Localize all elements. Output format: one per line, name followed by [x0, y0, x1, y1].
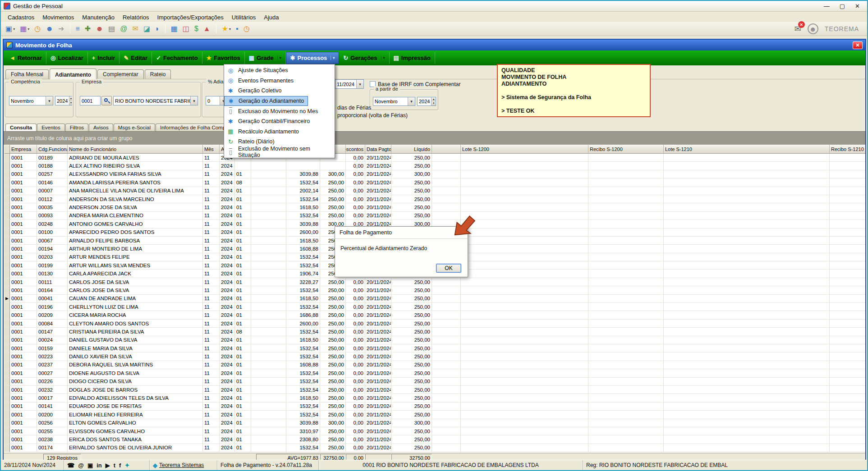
printer-icon[interactable]: ▤ [106, 23, 117, 34]
favorites-star-icon[interactable]: ★▾ [220, 23, 233, 34]
subtab-msgs-e-social[interactable]: Msgs e-Social [114, 123, 155, 131]
menu-item-exclusao-do-movimento-no-mes[interactable]: ▯Exclusao do Movimento no Mes [224, 106, 335, 116]
subtab-consulta[interactable]: Consulta [5, 123, 37, 131]
grid-row[interactable]: 000100188ALEX ALTINO RIBEIRO SILVA112024… [5, 162, 865, 170]
menu-importacoes-exportacoes[interactable]: Importações/Exportações [153, 13, 227, 22]
minimize-button[interactable]: — [824, 3, 830, 9]
linkedin-icon[interactable]: in [96, 462, 102, 468]
column-header-recibo-s-1200[interactable]: Recibo S-1200 [588, 145, 664, 154]
empresa-name-select[interactable]: RIO BONITO NORDESTE FABRICACAO DE EMB [113, 96, 198, 105]
maximize-button[interactable]: ▢ [840, 3, 845, 9]
menu-item-geracao-do-adiantamento[interactable]: ✱Geração do Adiantamento [224, 96, 308, 106]
grid-row[interactable]: 000100237DEBORA RAQUEL SILVA MARTINS1120… [5, 361, 865, 369]
grid-row[interactable]: 000100027DIOENE AUGUSTO DA SILVA11202401… [5, 369, 865, 377]
chat-icon[interactable]: ◗ [153, 23, 161, 34]
signal-icon[interactable]: ✦ [124, 462, 129, 468]
grid-row[interactable]: 000100209CICERA MARIA ROCHA112024011686,… [5, 311, 865, 319]
grid-row[interactable]: 000100146AMANDA LARISSA PEREIRA SANTOS11… [5, 178, 865, 187]
instagram-icon[interactable]: ▣ [87, 462, 93, 468]
system-menu-icon[interactable]: ▣▾ [4, 23, 17, 34]
grid-row[interactable]: 000100196CHERLLYTON LUIZ DE LIMA11202401… [5, 303, 865, 311]
column-header-empresa[interactable]: Empresa [10, 145, 37, 154]
exit-icon[interactable]: ➜ [56, 23, 66, 34]
image-icon[interactable]: ◪ [142, 23, 152, 34]
youtube-icon[interactable]: ▶ [106, 462, 110, 468]
tab-rateio[interactable]: Rateio [145, 69, 171, 79]
ok-button[interactable]: OK [436, 264, 461, 273]
grid-row[interactable]: 000100189ADRIANO DE MOURA ALVES1120240,0… [5, 154, 865, 162]
a-partir-month-select[interactable]: Novembro [373, 97, 415, 106]
facebook-icon[interactable]: f [119, 462, 121, 468]
tab-folha-mensal[interactable]: Folha Mensal [5, 69, 49, 79]
grid-row[interactable]: 000100112ANDERSON DA SILVA MARCELINO1120… [5, 195, 865, 203]
toolbar-button-incluir[interactable]: +Incluir [88, 52, 120, 64]
grid-row[interactable]: 000100093ANDREA MARIA CLEMENTINO11202401… [5, 212, 865, 220]
grid-row[interactable]: 000100111CARLOS JOSE DA SILVA11202401322… [5, 278, 865, 286]
calendar-icon[interactable]: ◫ [181, 23, 191, 34]
menu-item-ajuste-de-situacoes[interactable]: ◎Ajuste de Situações [224, 65, 335, 76]
user-avatar-icon[interactable]: ☻ [808, 23, 818, 34]
grid-row[interactable]: 000100257ALEXSSANDRO VIEIRA FARIAS SILVA… [5, 170, 865, 178]
alarm-bell-icon[interactable]: ✉ ✕ [795, 24, 801, 34]
grid-row[interactable]: 000100232DOGLAS JOSE DE BARROS1120240115… [5, 386, 865, 394]
toolbar-button-favoritos[interactable]: ★Favoritos [202, 52, 245, 64]
grid-row[interactable]: 000100256ELTON GOMES CARVALHO11202401303… [5, 419, 865, 427]
grid-row[interactable]: 000100007ANA MARCELLE VILA NOVA DE OLIVE… [5, 187, 865, 195]
whatsapp-icon[interactable]: ☎ [67, 462, 74, 468]
at-icon[interactable]: @ [118, 23, 129, 34]
column-header-liquido[interactable]: Líquido [391, 145, 432, 154]
toolbar-button-retornar[interactable]: ◄Retornar [5, 52, 46, 64]
subtab-filtros[interactable]: Filtros [65, 123, 88, 131]
grid-group-band[interactable]: Arraste um título de coluna aqui para cr… [4, 131, 865, 145]
timer-icon[interactable]: ◷ [242, 23, 252, 34]
menu-ajuda[interactable]: Ajuda [260, 13, 283, 22]
column-header-mes[interactable]: Mês [203, 145, 220, 154]
column-header-col-12[interactable] [432, 145, 461, 154]
column-header-recibo-s-1210[interactable]: Recibo S-1210 [830, 145, 865, 154]
menu-manutencao[interactable]: Manutenção [78, 13, 119, 22]
menu-item-geracao-coletivo[interactable]: ✱Geração Coletivo [224, 86, 335, 96]
mdi-close-button[interactable]: ✕ [853, 41, 863, 49]
grid-row[interactable]: 000100035ANDERSON JOSE DA SILVA112024011… [5, 203, 865, 211]
column-header-lote-s-1200[interactable]: Lote S-1200 [461, 145, 588, 154]
grid-row[interactable]: 000100238ERICA DOS SANTOS TANAKA11202401… [5, 435, 865, 444]
column-header-lote-s-1210[interactable]: Lote S-1210 [664, 145, 830, 154]
a-partir-year-spinner[interactable]: 2024 [417, 97, 436, 106]
grid-row[interactable]: 000100159DANIELE MARIA DA SILVA112024011… [5, 344, 865, 352]
grid-row[interactable]: 000100226DIOGO CICERO DA SILVA1120240115… [5, 378, 865, 386]
grid-row[interactable]: 000100255ELVISSON GOMES CARVALHO11202401… [5, 427, 865, 435]
menu-item-recalculo-adiantamento[interactable]: ▦Recálculo Adiantamento [224, 127, 335, 137]
grid-row[interactable]: 000100174ERIVALDO SANTOS DE OLIVEIRA JUN… [5, 444, 865, 452]
report-icon[interactable]: ▲ [202, 23, 212, 34]
toolbar-button-geracoes[interactable]: ↻Gerações▾ [339, 52, 389, 64]
grid-row[interactable]: 000100141EDUARDO JOSE DE FREITAS11202401… [5, 402, 865, 411]
grid-row[interactable]: 000100164CARLOS JOSE DA SILVA11202401153… [5, 286, 865, 294]
grid-row[interactable]: 000100017EDIVALDO ADIELISSON TELES DA SI… [5, 394, 865, 402]
toolbar-button-fechamento[interactable]: ✓Fechamento [152, 52, 202, 64]
mail-icon[interactable]: ✉ [130, 23, 140, 34]
spinner-arrows-icon[interactable] [69, 96, 72, 105]
grid-row[interactable]: 000100147CRISTIANA PEREIRA DA SILVA11202… [5, 328, 865, 336]
close-button[interactable]: ✕ [855, 3, 860, 9]
table-icon[interactable]: ▦ [169, 23, 179, 34]
window-switch-icon[interactable]: ▦▾ [18, 23, 31, 34]
menu-relatorios[interactable]: Relatórios [119, 13, 153, 22]
column-header-data-pagto[interactable]: Data Pagto [365, 145, 391, 154]
money-icon[interactable]: $ [193, 23, 200, 34]
toolbar-button-impressao[interactable]: ▤Impressão [390, 52, 435, 64]
info-icon[interactable]: ▪ [234, 23, 240, 34]
menu-cadastros[interactable]: Cadastros [4, 13, 38, 22]
user-session-icon[interactable]: ☻ [44, 23, 55, 34]
grid-row[interactable]: 000100024DANIEL GUSTAVO DA SILVA11202401… [5, 336, 865, 344]
tab-complementar[interactable]: Complementar [97, 69, 144, 79]
users-icon[interactable]: ☻ [94, 23, 105, 34]
menu-item-geracao-contabil-financeiro[interactable]: ✱Geração Contábil/Financeiro [224, 116, 335, 127]
settings-icon[interactable]: ✚ [83, 23, 92, 34]
grid-row[interactable]: 000100084CLEYTON AMARO DOS SANTOS1120240… [5, 320, 865, 328]
vendor-link[interactable]: Teorema Sistemas [159, 462, 204, 468]
menu-item-exclusao-de-movimento-sem-situacao[interactable]: ▯Exclusão de Movimento sem Situação [224, 147, 335, 157]
list-icon[interactable]: ≡ [74, 23, 82, 34]
subtab-avisos[interactable]: Avisos [89, 123, 113, 131]
grid-row[interactable]: ▶000100041CAUAN DE ANDRADE LIMA112024011… [5, 295, 865, 303]
empresa-code-input[interactable]: 0001 [80, 96, 101, 105]
